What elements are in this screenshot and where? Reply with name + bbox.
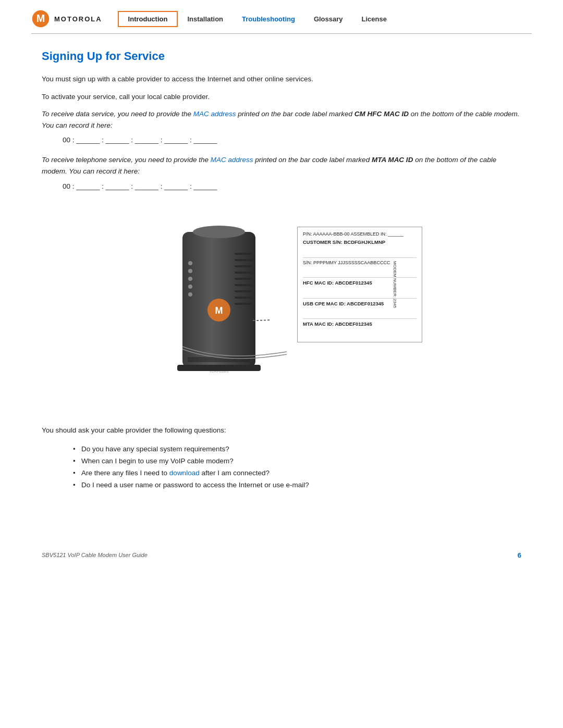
device-section: M SURFboard P/N: AAAAAA-BBB-00 ASSEMBLED… [42, 201, 521, 409]
italic1-post: printed on the bar code label marked [236, 110, 354, 118]
record-line-2: 00 : ______ : ______ : ______ : ______ :… [63, 182, 521, 190]
label-divider-1 [303, 257, 417, 258]
motorola-wordmark: MOTOROLA [54, 15, 102, 23]
device-image-container: M SURFboard P/N: AAAAAA-BBB-00 ASSEMBLED… [136, 201, 427, 409]
label-usb: USB CPE MAC ID: ABCDEF012345 [303, 301, 417, 307]
main-content: Signing Up for Service You must sign up … [0, 34, 563, 520]
list-item-4: Do I need a user name or password to acc… [73, 479, 521, 491]
list-item-3-pre: Are there any files I need to [81, 469, 169, 477]
svg-rect-9 [235, 284, 253, 286]
barcode-3 [303, 289, 417, 296]
navigation: Introduction Installation Troubleshootin… [118, 11, 396, 27]
tab-introduction[interactable]: Introduction [118, 11, 178, 27]
mac-address-link-1[interactable]: MAC address [193, 110, 236, 118]
label-hfc: HFC MAC ID: ABCDEF012345 [303, 280, 417, 286]
list-item-3-post: after I am connected? [200, 469, 270, 477]
tab-troubleshooting[interactable]: Troubleshooting [232, 12, 304, 26]
record-line-1: 00 : ______ : ______ : ______ : ______ :… [63, 136, 521, 144]
para1: You must sign up with a cable provider t… [42, 73, 521, 85]
svg-point-15 [188, 277, 192, 281]
italic1-pre: To receive data service, you need to pro… [42, 110, 193, 118]
italic1-bold: CM HFC MAC ID [354, 110, 409, 118]
label-sn2: S/N: PPPPMMY JJJSSSSSCAABBCCCC [303, 260, 417, 266]
list-item-1: Do you have any special system requireme… [73, 443, 521, 455]
barcode-5 [303, 329, 417, 337]
svg-rect-11 [235, 297, 253, 299]
label-divider-4 [303, 318, 417, 319]
svg-rect-7 [235, 272, 253, 274]
label-pn: P/N: AAAAAA-BBB-00 ASSEMBLED IN: ______ [303, 231, 417, 238]
bullet-list: Do you have any special system requireme… [73, 443, 521, 491]
mac-address-link-2[interactable]: MAC address [211, 156, 253, 164]
tab-glossary[interactable]: Glossary [304, 12, 352, 26]
download-link[interactable]: download [169, 469, 200, 477]
list-item-2: When can I begin to use my VoIP cable mo… [73, 455, 521, 467]
motorola-logo: M MOTOROLA [31, 9, 102, 28]
svg-point-13 [188, 261, 192, 265]
svg-point-17 [188, 292, 192, 297]
modem-number: MODEM NUMBER: 2345 [393, 261, 398, 308]
barcode-1 [303, 248, 417, 255]
tab-installation[interactable]: Installation [178, 12, 232, 26]
label-mta: MTA MAC ID: ABCDEF012345 [303, 321, 417, 327]
footer: SBV5121 VoIP Cable Modem User Guide 6 [0, 541, 563, 564]
svg-point-16 [188, 285, 192, 289]
motorola-m-icon: M [31, 9, 50, 28]
header: M MOTOROLA Introduction Installation Tro… [0, 0, 563, 28]
questions-intro: You should ask your cable provider the f… [42, 425, 521, 436]
svg-rect-10 [235, 290, 253, 292]
italic2-bold: MTA MAC ID [372, 156, 413, 164]
page-title: Signing Up for Service [42, 50, 521, 63]
tab-license[interactable]: License [352, 12, 396, 26]
svg-rect-4 [235, 253, 253, 255]
callout-lines [182, 336, 318, 367]
label-sn: CUSTOMER S/N: BCDFGHJKLMNP [303, 239, 417, 245]
italic-para2: To receive telephone service, you need t… [42, 154, 521, 177]
svg-text:M: M [215, 305, 223, 316]
svg-rect-5 [235, 259, 253, 261]
svg-point-3 [193, 226, 245, 238]
svg-rect-12 [235, 303, 253, 305]
svg-text:M: M [36, 13, 45, 24]
barcode-2 [303, 268, 417, 275]
label-divider-2 [303, 277, 417, 278]
footer-left: SBV5121 VoIP Cable Modem User Guide [42, 552, 148, 558]
barcode-4 [303, 309, 417, 316]
label-outer: P/N: AAAAAA-BBB-00 ASSEMBLED IN: ______ … [297, 227, 422, 343]
list-item-3: Are there any files I need to download a… [73, 467, 521, 479]
label-divider-3 [303, 298, 417, 299]
svg-rect-8 [235, 278, 253, 280]
italic2-post: printed on the bar code label marked [253, 156, 372, 164]
svg-rect-6 [235, 265, 253, 267]
italic2-pre: To receive telephone service, you need t… [42, 156, 211, 164]
para2: To activate your service, call your loca… [42, 91, 521, 103]
svg-point-14 [188, 269, 192, 273]
label-card: P/N: AAAAAA-BBB-00 ASSEMBLED IN: ______ … [297, 227, 422, 343]
italic-para1: To receive data service, you need to pro… [42, 108, 521, 131]
footer-page: 6 [518, 551, 521, 559]
